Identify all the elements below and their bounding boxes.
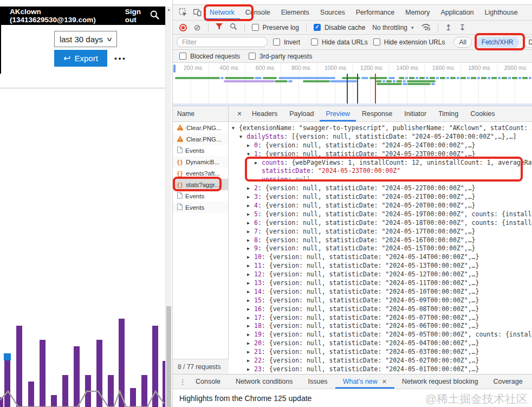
json-row[interactable]: ▶8: {version: null, statisticDate: "2024… — [232, 236, 532, 245]
expander-icon[interactable]: ▼ — [247, 150, 254, 159]
json-row[interactable]: ▶20: {version: null, statisticDate: "202… — [232, 339, 532, 348]
hide-data-urls-checkbox[interactable] — [311, 38, 318, 46]
request-row-clear-png[interactable]: Clear.PNG... — [173, 133, 228, 145]
throttling-dropdown[interactable]: No throttling ▾ — [372, 24, 413, 31]
export-button[interactable]: ↩ Export — [54, 50, 107, 67]
json-row[interactable]: ▶9: {version: null, statisticDate: "2024… — [232, 244, 532, 253]
disable-cache-checkbox[interactable] — [314, 24, 321, 31]
page-scrollbar[interactable]: ▲ — [165, 7, 171, 407]
search-icon[interactable] — [150, 10, 160, 22]
import-har-icon[interactable]: ↥ — [445, 23, 452, 33]
json-row[interactable]: ▶7: {version: null, statisticDate: "2024… — [232, 228, 532, 236]
expander-icon[interactable]: ▶ — [247, 357, 254, 365]
hide-extension-urls-checkbox[interactable] — [373, 38, 380, 46]
expander-icon[interactable]: ▶ — [247, 210, 254, 219]
clear-network-log-icon[interactable]: ⊘ — [194, 23, 201, 33]
request-row-events[interactable]: Events — [173, 190, 228, 202]
detail-tab-initiator[interactable]: Initiator — [398, 106, 432, 121]
request-row-stats-aggr[interactable]: {}stats?aggr... — [173, 179, 228, 190]
close-icon[interactable]: ✕ — [382, 378, 387, 385]
inspect-element-icon[interactable] — [176, 8, 190, 17]
invert-checkbox[interactable] — [273, 38, 280, 46]
tab-application[interactable]: Application — [435, 5, 479, 20]
filter-pill-all[interactable]: All — [453, 37, 471, 48]
json-row[interactable]: ▶10: {version: null, statisticDate: "202… — [232, 253, 532, 262]
tab-console[interactable]: Console — [240, 5, 276, 20]
expander-icon[interactable]: ▶ — [247, 365, 254, 374]
json-row[interactable]: ▶3: {version: null, statisticDate: "2024… — [232, 193, 532, 202]
json-row[interactable]: ▶6: {version: null, statisticDate: "2024… — [232, 219, 532, 228]
record-network-log-icon[interactable] — [179, 24, 187, 31]
json-row[interactable]: ▶23: {version: null, statisticDate: "202… — [232, 365, 532, 374]
drawer-tab-coverage[interactable]: Coverage — [485, 374, 530, 389]
expander-icon[interactable]: ▶ — [247, 184, 254, 193]
hide-data-urls-option[interactable]: Hide data URLs — [311, 38, 368, 46]
filter-funnel-icon[interactable] — [216, 23, 223, 31]
json-row[interactable]: statisticDate: "2024-05-23T00:00:00Z" — [232, 167, 532, 176]
expander-icon[interactable]: ▶ — [247, 288, 254, 296]
tab-memory[interactable]: Memory — [400, 5, 435, 20]
expander-icon[interactable]: ▶ — [247, 193, 254, 202]
expander-icon[interactable]: ▶ — [247, 228, 254, 236]
json-row[interactable]: ▼{extensionName: "swagger-to-typescript"… — [232, 124, 532, 133]
json-row[interactable]: ▶11: {version: null, statisticDate: "202… — [232, 262, 532, 270]
json-row[interactable]: ▶5: {version: null, statisticDate: "2024… — [232, 210, 532, 219]
json-row[interactable]: ▶19: {version: null, statisticDate: "202… — [232, 331, 532, 339]
date-range-dropdown[interactable]: last 30 days ∨ — [54, 31, 117, 47]
tab-lighthouse[interactable]: Lighthouse — [479, 5, 523, 20]
detail-tab-payload[interactable]: Payload — [283, 106, 320, 121]
network-overview-timeline[interactable]: 200 ms400 ms600 ms800 ms1000 ms1200 ms14… — [173, 63, 532, 106]
preserve-log-option[interactable]: Preserve log — [252, 24, 299, 31]
third-party-requests-option[interactable]: 3rd-party requests — [249, 53, 312, 60]
tab-network[interactable]: Network — [204, 5, 240, 20]
request-row-dynamicb[interactable]: {}DynamicB... — [173, 156, 228, 167]
expander-icon[interactable]: ▶ — [247, 262, 254, 270]
json-row[interactable]: ▶16: {version: null, statisticDate: "202… — [232, 305, 532, 314]
scroll-up-arrow-icon[interactable]: ▲ — [166, 8, 172, 11]
json-row[interactable]: ▶2: {version: null, statisticDate: "2024… — [232, 184, 532, 193]
filter-pill-doc[interactable]: Doc — [523, 37, 532, 48]
json-row[interactable]: ▶4: {version: null, statisticDate: "2024… — [232, 202, 532, 210]
invert-option[interactable]: Invert — [273, 38, 300, 46]
drawer-tab-network-conditions[interactable]: Network conditions — [228, 374, 301, 389]
json-row[interactable]: ▼dailyStats: [{version: null, statisticD… — [232, 133, 532, 141]
drawer-tab-issues[interactable]: Issues — [300, 374, 335, 389]
expander-icon[interactable]: ▶ — [247, 314, 254, 322]
export-har-icon[interactable]: ↧ — [459, 23, 466, 33]
expander-icon[interactable]: ▶ — [247, 253, 254, 262]
disable-cache-option[interactable]: Disable cache — [314, 24, 365, 31]
tab-sources[interactable]: Sources — [315, 5, 351, 20]
scrollbar-thumb[interactable] — [166, 306, 171, 407]
json-row[interactable]: ▶18: {version: null, statisticDate: "202… — [232, 322, 532, 331]
request-row-clear-png[interactable]: Clear.PNG... — [173, 122, 228, 133]
filter-pill-fetch-xhr[interactable]: Fetch/XHR — [476, 37, 519, 48]
request-row-events[interactable]: Events — [173, 145, 228, 156]
detail-tab-cookies[interactable]: Cookies — [464, 106, 501, 121]
request-list-header[interactable]: Name — [173, 106, 228, 122]
expander-icon[interactable]: ▶ — [247, 244, 254, 253]
json-row[interactable]: ▶14: {version: null, statisticDate: "202… — [232, 288, 532, 296]
drawer-tab-network-request-blocking[interactable]: Network request blocking — [394, 374, 485, 389]
expander-icon[interactable]: ▶ — [247, 331, 254, 339]
drawer-tab-what-s-new[interactable]: What's new✕ — [335, 374, 394, 389]
request-row-events[interactable]: Events — [173, 202, 228, 213]
blocked-requests-option[interactable]: Blocked requests — [179, 53, 240, 60]
drawer-menu-icon[interactable]: ⋮ — [177, 378, 188, 386]
blocked-requests-checkbox[interactable] — [179, 53, 186, 60]
preserve-log-checkbox[interactable] — [252, 24, 259, 31]
more-options-button[interactable]: ●●● — [113, 52, 128, 65]
network-conditions-icon[interactable] — [421, 23, 431, 33]
detail-tab-preview[interactable]: Preview — [320, 106, 355, 121]
close-detail-icon[interactable]: ✕ — [233, 110, 246, 118]
json-row[interactable]: ▶17: {version: null, statisticDate: "202… — [232, 314, 532, 322]
json-row[interactable]: ▶12: {version: null, statisticDate: "202… — [232, 270, 532, 279]
device-toolbar-icon[interactable] — [190, 8, 204, 17]
expander-icon[interactable]: ▶ — [247, 348, 254, 357]
json-row[interactable]: ▶0: {version: null, statisticDate: "2024… — [232, 141, 532, 150]
expander-icon[interactable]: ▶ — [247, 141, 254, 150]
expander-icon[interactable]: ▼ — [239, 133, 246, 141]
overview-resize-handle[interactable] — [173, 64, 176, 73]
detail-tab-timing[interactable]: Timing — [432, 106, 464, 121]
tab-performance[interactable]: Performance — [351, 5, 400, 20]
json-row[interactable]: ▶13: {version: null, statisticDate: "202… — [232, 279, 532, 288]
